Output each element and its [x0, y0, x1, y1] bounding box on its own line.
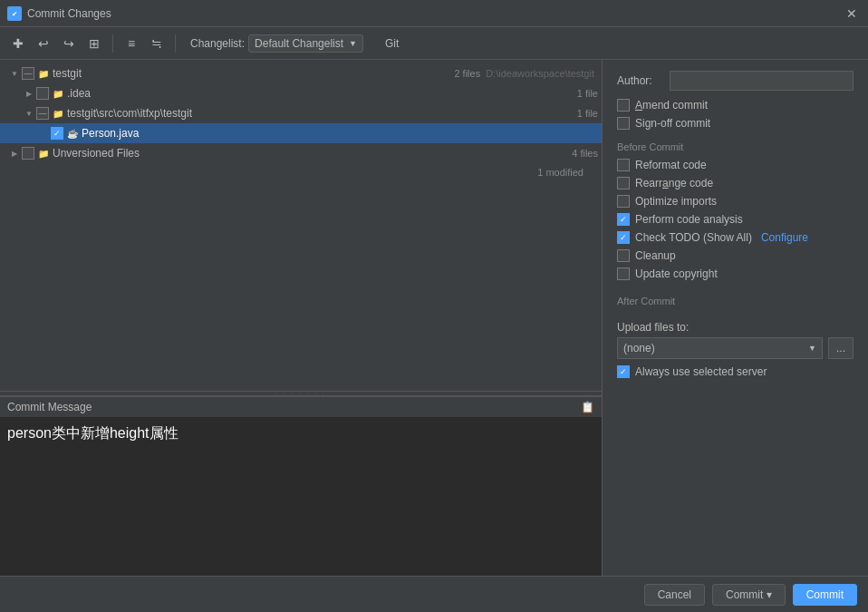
tree-item-person-java[interactable]: ✓ ☕ Person.java [0, 123, 602, 143]
undo-button[interactable]: ↩ [33, 33, 54, 54]
perform-code-analysis-row: ✓ Perform code analysis [617, 212, 854, 227]
update-copyright-checkbox[interactable] [617, 267, 630, 280]
amend-commit-row: Amend commit [617, 98, 854, 112]
commit-message-header: Commit Message 📋 [0, 397, 602, 417]
upload-row: (none) ▼ ... [617, 337, 854, 359]
tree-label-unversioned: Unversioned Files [53, 147, 566, 160]
tree-count-testgit: 2 files [454, 68, 480, 79]
check-todo-label: Check TODO (Show All) [635, 231, 752, 244]
always-use-server-row: ✓ Always use selected server [617, 364, 854, 379]
folder-icon: 📁 [36, 66, 51, 81]
optimize-imports-label: Optimize imports [635, 195, 717, 208]
author-label: Author: [617, 74, 662, 87]
folder-icon-src: 📁 [51, 106, 65, 121]
cleanup-row: Cleanup [617, 248, 854, 263]
reformat-code-label: Reformat code [635, 159, 707, 171]
bottom-bar: Cancel Commit ▾ Commit [0, 576, 868, 612]
modified-badge: 1 modified [537, 167, 583, 178]
title-bar: ✔ Commit Changes ✕ [0, 0, 868, 27]
collapse-all-button[interactable]: ≒ [146, 33, 168, 54]
collapse-arrow: ▼ [9, 68, 20, 79]
rearrange-code-row: Rearrange code [617, 176, 854, 190]
add-button[interactable]: ✚ [7, 33, 29, 54]
signoff-commit-checkbox[interactable] [617, 117, 630, 130]
upload-browse-button[interactable]: ... [828, 337, 854, 359]
close-button[interactable]: ✕ [843, 5, 861, 23]
add-icon: ✚ [13, 36, 24, 51]
tree-label-src: testgit\src\com\itfxp\testgit [67, 107, 572, 120]
collapse-arrow-src: ▼ [24, 108, 34, 119]
perform-code-analysis-label: Perform code analysis [635, 213, 743, 226]
commit-message-input[interactable]: person类中新增height属性 [0, 417, 602, 578]
upload-dropdown[interactable]: (none) ▼ [617, 337, 823, 359]
tree-item-idea[interactable]: ▶ 📁 .idea 1 file [0, 83, 602, 103]
changelist-label: Changelist: [190, 37, 245, 50]
cleanup-checkbox[interactable] [617, 249, 630, 262]
commit-dropdown-button[interactable]: Commit ▾ [712, 584, 786, 606]
before-commit-header: Before Commit [617, 141, 854, 152]
separator-2 [175, 34, 176, 53]
folder-icon-idea: 📁 [51, 86, 65, 101]
tree-check-src[interactable]: — [36, 107, 49, 120]
cancel-button[interactable]: Cancel [644, 584, 705, 606]
tree-check-person[interactable]: ✓ [51, 127, 63, 140]
always-use-server-label: Always use selected server [635, 365, 767, 378]
toolbar: ✚ ↩ ↪ ⊞ ≡ ≒ Changelist: Default Changeli… [0, 27, 868, 60]
collapse-icon: ≒ [151, 36, 162, 51]
cleanup-label: Cleanup [635, 249, 676, 262]
tree-check-testgit[interactable]: — [22, 67, 34, 80]
commit-button[interactable]: Commit [793, 584, 857, 606]
update-copyright-row: Update copyright [617, 267, 854, 281]
right-panel: Author: Amend commit Sign-off commit Bef… [603, 60, 868, 612]
separator-1 [112, 34, 113, 53]
no-arrow [38, 128, 49, 139]
rearrange-code-label: Rearrange code [635, 177, 713, 189]
main-layout: ▼ — 📁 testgit 2 files D:\ideaworkspace\t… [0, 60, 868, 612]
update-copyright-label: Update copyright [635, 267, 718, 280]
expand-arrow-idea: ▶ [24, 88, 34, 99]
redo-icon: ↪ [63, 36, 74, 51]
optimize-imports-checkbox[interactable] [617, 195, 630, 208]
changelist-dropdown[interactable]: Default Changelist ▼ [248, 34, 363, 53]
after-commit-header: After Commit [617, 296, 854, 306]
redo-button[interactable]: ↪ [58, 33, 80, 54]
always-use-server-checkbox[interactable]: ✓ [617, 365, 630, 378]
file-tree[interactable]: ▼ — 📁 testgit 2 files D:\ideaworkspace\t… [0, 60, 602, 391]
tree-check-unversioned[interactable] [22, 147, 34, 160]
tree-check-idea[interactable] [36, 87, 49, 100]
tree-item-unversioned[interactable]: ▶ 📁 Unversioned Files 4 files [0, 143, 602, 163]
rearrange-code-checkbox[interactable] [617, 177, 630, 189]
signoff-commit-row: Sign-off commit [617, 116, 854, 131]
expand-all-button[interactable]: ≡ [121, 33, 142, 54]
commit-dropdown-label: Commit ▾ [726, 588, 772, 601]
tree-item-src[interactable]: ▼ — 📁 testgit\src\com\itfxp\testgit 1 fi… [0, 103, 602, 123]
author-row: Author: [617, 71, 854, 91]
optimize-imports-row: Optimize imports [617, 194, 854, 209]
group-button[interactable]: ⊞ [83, 33, 105, 54]
perform-code-analysis-checkbox[interactable]: ✓ [617, 213, 630, 226]
commit-message-label: Commit Message [7, 401, 92, 413]
signoff-commit-label: Sign-off commit [635, 117, 710, 130]
expand-icon: ≡ [128, 36, 135, 51]
tree-count-src: 1 file [577, 108, 598, 119]
check-todo-checkbox[interactable]: ✓ [617, 231, 630, 244]
tree-count-unversioned: 4 files [572, 148, 598, 159]
configure-link[interactable]: Configure [761, 231, 808, 244]
expand-arrow-unversioned: ▶ [9, 148, 20, 159]
tree-label-idea: .idea [67, 87, 572, 100]
commit-message-paste-icon[interactable]: 📋 [581, 401, 594, 413]
amend-commit-label: Amend commit [635, 99, 708, 112]
amend-commit-checkbox[interactable] [617, 99, 630, 112]
tree-item-testgit[interactable]: ▼ — 📁 testgit 2 files D:\ideaworkspace\t… [0, 63, 602, 83]
changelist-value: Default Changelist [255, 37, 343, 50]
left-panel: ▼ — 📁 testgit 2 files D:\ideaworkspace\t… [0, 60, 603, 612]
git-tab[interactable]: Git [378, 34, 406, 53]
commit-message-area: Commit Message 📋 person类中新增height属性 [0, 396, 602, 578]
chevron-down-icon: ▼ [808, 344, 816, 353]
folder-icon-unversioned: 📁 [36, 146, 51, 160]
reformat-code-checkbox[interactable] [617, 159, 630, 171]
undo-icon: ↩ [38, 36, 49, 51]
window-title: Commit Changes [27, 7, 111, 20]
author-input[interactable] [670, 71, 854, 91]
after-commit-section: Upload files to: (none) ▼ ... ✓ Always u… [617, 321, 854, 379]
